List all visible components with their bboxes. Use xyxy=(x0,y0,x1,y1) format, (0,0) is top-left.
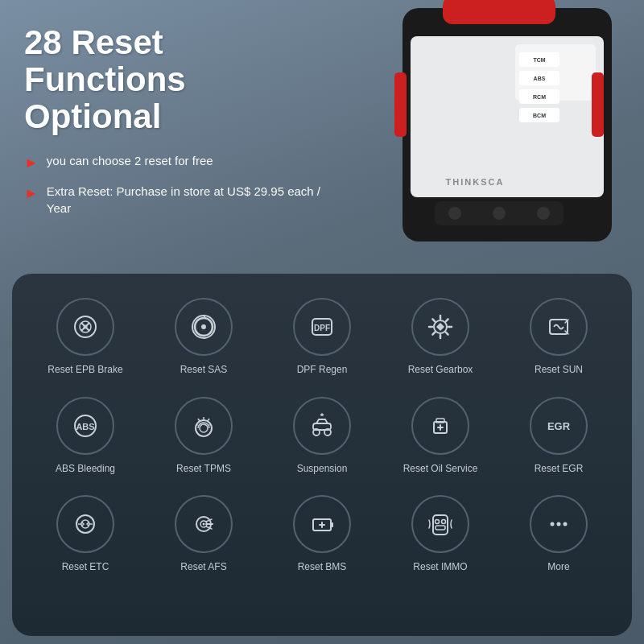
svg-point-66 xyxy=(557,522,561,526)
icon-circle-oil xyxy=(411,397,469,455)
function-item-sas[interactable]: Reset SAS xyxy=(147,298,261,377)
svg-text:ABS: ABS xyxy=(534,76,546,81)
icon-circle-abs: ABS xyxy=(56,397,114,455)
function-label-sun: Reset SUN xyxy=(535,364,583,377)
function-label-more: More xyxy=(547,561,569,574)
icon-circle-sun xyxy=(530,298,588,356)
function-label-immo: Reset IMMO xyxy=(413,561,467,574)
device-image: 🚗 TCM ABS RCM BCM THINKSCA xyxy=(338,0,644,266)
icon-circle-afs xyxy=(175,495,233,553)
page-wrapper: 28 Reset Functions Optional ► you can ch… xyxy=(0,0,644,644)
function-label-gearbox: Reset Gearbox xyxy=(408,364,473,377)
svg-text:RCM: RCM xyxy=(533,94,546,100)
svg-rect-61 xyxy=(433,515,448,535)
function-label-tpms: Reset TPMS xyxy=(176,463,231,476)
svg-point-24 xyxy=(201,324,206,329)
svg-text:THINKSCA: THINKSCA xyxy=(446,177,505,187)
svg-rect-19 xyxy=(592,72,604,137)
svg-rect-58 xyxy=(331,522,333,527)
svg-point-17 xyxy=(537,207,550,220)
svg-point-34 xyxy=(200,424,208,432)
svg-line-36 xyxy=(198,419,200,421)
function-item-bms[interactable]: Reset BMS xyxy=(265,495,379,574)
function-item-afs[interactable]: Reset AFS xyxy=(147,495,261,574)
svg-rect-18 xyxy=(394,72,407,137)
svg-text:TCM: TCM xyxy=(533,57,545,63)
function-label-etc: Reset ETC xyxy=(62,561,109,574)
svg-text:DPF: DPF xyxy=(314,324,330,332)
svg-rect-64 xyxy=(436,526,445,530)
svg-point-62 xyxy=(436,520,440,524)
function-item-epb-brake[interactable]: Reset EPB Brake xyxy=(28,298,142,377)
functions-panel: Reset EPB Brake Reset SAS DPF DPF Regen … xyxy=(12,274,632,636)
svg-point-48 xyxy=(81,520,89,528)
feature-item-2: ► Extra Reset: Purchase in store at US$ … xyxy=(24,183,330,217)
function-item-immo[interactable]: Reset IMMO xyxy=(383,495,497,574)
svg-rect-1 xyxy=(443,0,555,24)
svg-line-37 xyxy=(208,419,209,421)
function-label-sas: Reset SAS xyxy=(180,364,228,377)
svg-text:ABS: ABS xyxy=(76,422,94,431)
svg-point-56 xyxy=(203,523,205,526)
icon-circle-sas xyxy=(175,298,233,356)
svg-point-22 xyxy=(84,325,88,329)
bullet-arrow-1: ► xyxy=(24,153,39,173)
function-label-dpf: DPF Regen xyxy=(297,364,348,377)
icon-circle-bms xyxy=(293,495,351,553)
function-label-epb-brake: Reset EPB Brake xyxy=(47,364,122,377)
function-item-oil[interactable]: Reset Oil Service xyxy=(383,397,497,476)
function-label-oil: Reset Oil Service xyxy=(403,463,478,476)
function-item-suspension[interactable]: Suspension xyxy=(265,397,379,476)
function-item-etc[interactable]: Reset ETC xyxy=(28,495,142,574)
svg-text:BCM: BCM xyxy=(533,113,546,118)
function-item-abs[interactable]: ABS ABS Bleeding xyxy=(28,397,142,476)
function-label-abs: ABS Bleeding xyxy=(56,463,115,476)
functions-grid: Reset EPB Brake Reset SAS DPF DPF Regen … xyxy=(28,298,616,574)
icon-circle-gearbox xyxy=(411,298,469,356)
function-label-suspension: Suspension xyxy=(297,463,348,476)
svg-text:EGR: EGR xyxy=(547,420,571,432)
icon-circle-dpf: DPF xyxy=(293,298,351,356)
feature-list: ► you can choose 2 reset for free ► Extr… xyxy=(24,152,330,217)
svg-point-65 xyxy=(551,522,555,526)
svg-point-16 xyxy=(493,207,506,220)
icon-circle-epb-brake xyxy=(56,298,114,356)
feature-item-1: ► you can choose 2 reset for free xyxy=(24,152,330,173)
function-label-egr: Reset EGR xyxy=(535,463,584,476)
page-title: 28 Reset Functions Optional xyxy=(24,24,330,136)
function-item-more[interactable]: More xyxy=(502,495,616,574)
icon-circle-more xyxy=(530,495,588,553)
icon-circle-immo xyxy=(411,495,469,553)
svg-point-67 xyxy=(564,522,568,526)
svg-point-63 xyxy=(442,520,446,524)
function-item-egr[interactable]: EGR Reset EGR xyxy=(502,397,616,476)
function-item-gearbox[interactable]: Reset Gearbox xyxy=(383,298,497,377)
function-label-afs: Reset AFS xyxy=(180,561,226,574)
icon-circle-egr: EGR xyxy=(530,397,588,455)
bullet-arrow-2: ► xyxy=(24,184,39,204)
svg-point-15 xyxy=(448,207,461,220)
icon-circle-suspension xyxy=(293,397,351,455)
icon-circle-etc xyxy=(56,495,114,553)
top-section: 28 Reset Functions Optional ► you can ch… xyxy=(0,0,644,274)
function-item-dpf[interactable]: DPF DPF Regen xyxy=(265,298,379,377)
svg-rect-45 xyxy=(436,419,444,423)
function-label-bms: Reset BMS xyxy=(298,561,347,574)
function-item-sun[interactable]: Reset SUN xyxy=(502,298,616,377)
icon-circle-tpms xyxy=(175,397,233,455)
function-item-tpms[interactable]: Reset TPMS xyxy=(147,397,261,476)
